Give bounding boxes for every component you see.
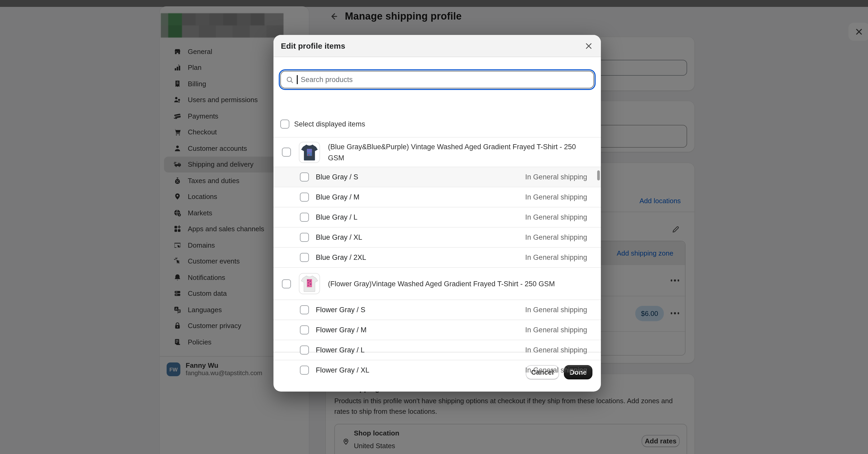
variant-checkbox[interactable]: [300, 213, 309, 222]
variant-row[interactable]: Blue Gray / L In General shipping: [274, 207, 601, 227]
product-checkbox[interactable]: [282, 148, 291, 157]
variant-status: In General shipping: [525, 346, 587, 354]
variant-name: Blue Gray / M: [316, 193, 360, 201]
product-row[interactable]: (Blue Gray&Blue&Purple) Vintage Washed A…: [274, 137, 601, 167]
modal-body: Search products Select displayed items: [274, 57, 601, 352]
variant-row[interactable]: Flower Gray / L In General shipping: [274, 340, 601, 360]
variant-row[interactable]: Blue Gray / 2XL In General shipping: [274, 247, 601, 267]
product-thumbnail: [299, 273, 320, 294]
product-title: (Blue Gray&Blue&Purple) Vintage Washed A…: [328, 141, 590, 163]
product-list: (Blue Gray&Blue&Purple) Vintage Washed A…: [274, 137, 601, 380]
modal-header: Edit profile items: [274, 35, 601, 57]
variant-status: In General shipping: [525, 213, 587, 221]
variant-row[interactable]: Flower Gray / XL In General shipping: [274, 360, 601, 380]
variant-row[interactable]: Flower Gray / S In General shipping: [274, 300, 601, 320]
variant-name: Flower Gray / M: [316, 326, 367, 334]
variant-checkbox[interactable]: [300, 192, 309, 202]
variant-name: Blue Gray / 2XL: [316, 253, 366, 262]
variant-name: Blue Gray / S: [316, 173, 359, 181]
variant-row[interactable]: Blue Gray / S In General shipping: [274, 167, 601, 187]
variant-status: In General shipping: [525, 326, 587, 334]
variant-name: Flower Gray / L: [316, 346, 365, 354]
search-placeholder: Search products: [301, 75, 353, 84]
edit-profile-items-modal: Edit profile items Search products Selec…: [274, 35, 601, 392]
variant-row[interactable]: Blue Gray / M In General shipping: [274, 187, 601, 207]
product-title: (Flower Gray)Vintage Washed Aged Gradien…: [328, 278, 555, 289]
product-thumbnail: [299, 142, 320, 163]
variant-checkbox[interactable]: [300, 233, 309, 242]
select-displayed-checkbox[interactable]: [280, 120, 289, 128]
variant-name: Blue Gray / XL: [316, 233, 362, 241]
variant-status: In General shipping: [525, 253, 587, 262]
variant-checkbox[interactable]: [300, 326, 309, 334]
variant-status: In General shipping: [525, 366, 587, 374]
select-displayed-label: Select displayed items: [294, 120, 365, 128]
variant-row[interactable]: Flower Gray / M In General shipping: [274, 320, 601, 340]
variant-status: In General shipping: [525, 173, 587, 181]
modal-close-icon[interactable]: [584, 41, 593, 51]
product-checkbox[interactable]: [282, 279, 291, 288]
select-displayed-row[interactable]: Select displayed items: [280, 120, 365, 128]
search-icon: [286, 76, 293, 83]
modal-title: Edit profile items: [281, 41, 345, 50]
variant-name: Flower Gray / S: [316, 306, 366, 314]
variant-name: Flower Gray / XL: [316, 366, 369, 374]
text-cursor: [297, 75, 298, 84]
search-input[interactable]: Search products: [280, 71, 594, 88]
variant-checkbox[interactable]: [300, 345, 309, 355]
variant-status: In General shipping: [525, 233, 587, 241]
variant-status: In General shipping: [525, 193, 587, 201]
variant-checkbox[interactable]: [300, 173, 309, 181]
variant-status: In General shipping: [525, 306, 587, 314]
variant-checkbox[interactable]: [300, 366, 309, 375]
tshirt-dark-image: [299, 142, 319, 162]
variant-checkbox[interactable]: [300, 305, 309, 314]
variant-checkbox[interactable]: [300, 253, 309, 262]
variant-row[interactable]: Blue Gray / XL In General shipping: [274, 227, 601, 247]
variant-name: Blue Gray / L: [316, 213, 358, 221]
tshirt-pink-image: [299, 274, 319, 294]
modal-scrollbar-thumb[interactable]: [597, 171, 599, 180]
product-row[interactable]: (Flower Gray)Vintage Washed Aged Gradien…: [274, 267, 601, 300]
